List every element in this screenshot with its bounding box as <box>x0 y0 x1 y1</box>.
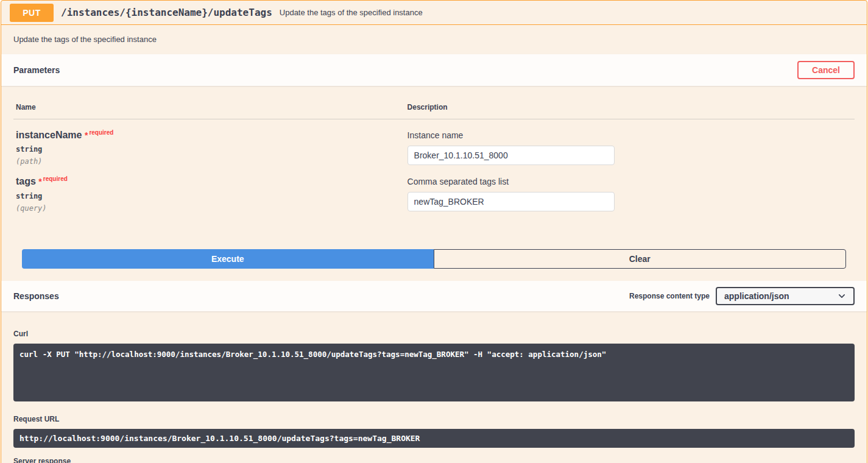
http-method-badge: PUT <box>10 4 54 22</box>
parameter-name-cell: tags *required string (query) <box>16 175 408 212</box>
parameter-type: string <box>16 145 408 154</box>
response-content-type-wrap: Response content type application/json <box>629 287 855 305</box>
response-content-type-value: application/json <box>724 291 789 301</box>
responses-section-header: Responses Response content type applicat… <box>1 281 867 311</box>
responses-title: Responses <box>13 291 59 301</box>
parameter-name: instanceName *required <box>16 129 408 141</box>
parameter-name-cell: instanceName *required string (path) <box>16 129 408 166</box>
chevron-down-icon <box>838 292 846 300</box>
parameters-section-header: Parameters Cancel <box>1 54 867 86</box>
parameter-location: (query) <box>16 204 408 213</box>
instancename-input[interactable] <box>408 146 615 165</box>
parameters-table-header: Name Description <box>13 98 855 119</box>
parameter-name-text: tags <box>16 177 36 187</box>
execute-button[interactable]: Execute <box>22 249 434 269</box>
parameters-table: Name Description instanceName *required … <box>13 98 855 213</box>
request-url-block: http://localhost:9000/instances/Broker_1… <box>13 429 855 448</box>
required-label: required <box>89 129 113 136</box>
curl-command-block[interactable]: curl -X PUT "http://localhost:9000/insta… <box>13 344 855 401</box>
required-star: * <box>85 130 88 140</box>
operation-description: Update the tags of the specified instanc… <box>1 25 867 54</box>
parameter-row-tags: tags *required string (query) Comma sepa… <box>13 166 855 212</box>
operation-summary-bar[interactable]: PUT /instances/{instanceName}/updateTags… <box>1 1 867 25</box>
operation-path: /instances/{instanceName}/updateTags <box>61 7 272 18</box>
server-response-label: Server response <box>13 457 855 463</box>
tags-input[interactable] <box>408 192 615 211</box>
response-content-type-select[interactable]: application/json <box>716 287 855 305</box>
clear-button[interactable]: Clear <box>434 249 847 269</box>
response-content-type-label: Response content type <box>629 292 710 300</box>
name-column-header: Name <box>16 103 408 111</box>
parameters-body: Name Description instanceName *required … <box>1 86 867 281</box>
parameter-description-text: Instance name <box>408 129 852 140</box>
request-url-label: Request URL <box>13 415 855 423</box>
cancel-button[interactable]: Cancel <box>797 61 855 79</box>
parameter-description-cell: Instance name <box>408 129 852 166</box>
parameter-description-cell: Comma separated tags list <box>408 175 852 212</box>
parameter-location: (path) <box>16 157 408 166</box>
parameter-type: string <box>16 192 408 200</box>
execute-button-group: Execute Clear <box>22 249 846 269</box>
operation-summary-text: Update the tags of the specified instanc… <box>280 8 423 17</box>
responses-body: Curl curl -X PUT "http://localhost:9000/… <box>1 311 867 463</box>
required-star: * <box>38 177 41 187</box>
parameter-name: tags *required <box>16 175 408 187</box>
parameter-row-instancename: instanceName *required string (path) Ins… <box>13 119 855 166</box>
api-operation-block: PUT /instances/{instanceName}/updateTags… <box>1 0 867 463</box>
curl-label: Curl <box>13 330 855 338</box>
parameter-name-text: instanceName <box>16 130 82 140</box>
description-column-header: Description <box>408 103 852 111</box>
parameter-description-text: Comma separated tags list <box>408 175 852 186</box>
required-label: required <box>43 175 68 182</box>
parameters-title: Parameters <box>13 65 60 75</box>
